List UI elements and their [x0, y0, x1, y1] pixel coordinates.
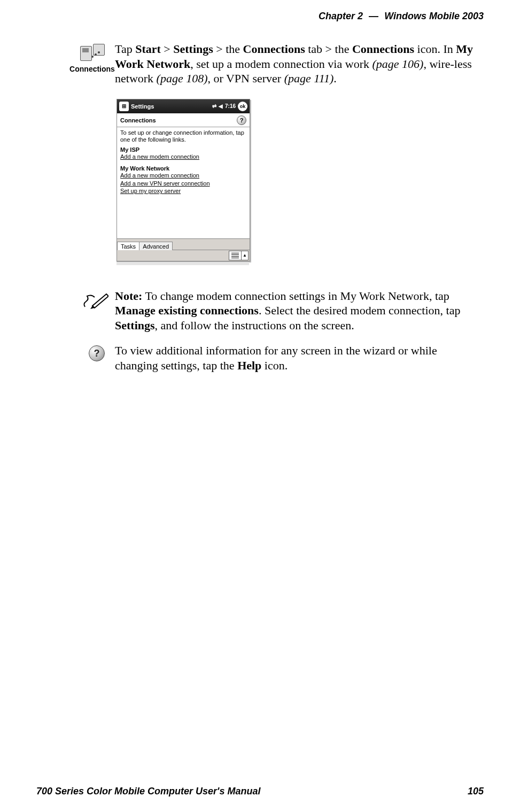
note-icon [82, 291, 108, 312]
tab-tasks[interactable]: Tasks [117, 242, 139, 250]
tab-advanced[interactable]: Advanced [139, 242, 173, 250]
header-chapter-num: 2 [358, 11, 363, 21]
keyboard-button[interactable] [229, 251, 242, 260]
sip-bar: ▲ [117, 250, 250, 261]
device-titlebar: ⊞ Settings ⇄ ◀ 7:16 ok [117, 99, 250, 113]
page-header: Chapter 2 — Windows Mobile 2003 [319, 11, 484, 22]
my-work-title: My Work Network [120, 165, 246, 172]
help-bubble-icon: ? [89, 345, 105, 361]
footer-page: 105 [468, 786, 484, 797]
connections-icon-label: Connections [69, 65, 115, 73]
subheader-title: Connections [120, 117, 156, 123]
work-proxy-link[interactable]: Set up my proxy server [120, 187, 246, 195]
intro-block: Connections Tap Start > Settings > the C… [69, 42, 483, 86]
clock-text: 7:16 [225, 103, 236, 109]
isp-add-modem-link[interactable]: Add a new modem connection [120, 153, 246, 161]
note-text: Note: To change modem connection setting… [115, 289, 483, 333]
header-chapter-label: Chapter [319, 11, 355, 21]
header-sep: — [369, 11, 378, 21]
connections-icon [80, 44, 105, 63]
device-subheader: Connections ? [117, 113, 250, 127]
svg-marker-0 [92, 294, 108, 308]
work-add-modem-link[interactable]: Add a new modem connection [120, 172, 246, 180]
footer-manual: 700 Series Color Mobile Computer User's … [36, 786, 260, 797]
help-text: To view additional information for any s… [115, 343, 483, 373]
intro-text: Tap Start > Settings > the Connections t… [115, 42, 483, 86]
connectivity-icon: ⇄ [212, 103, 216, 109]
header-title: Windows Mobile 2003 [384, 11, 484, 21]
instruction-text: To set up or change connection informati… [120, 129, 246, 143]
page-footer: 700 Series Color Mobile Computer User's … [36, 786, 484, 797]
sip-menu-arrow[interactable]: ▲ [242, 251, 249, 260]
screenshot-shadow [117, 261, 249, 265]
device-body: To set up or change connection informati… [117, 127, 250, 238]
tab-strip: Tasks Advanced [117, 238, 250, 250]
titlebar-title: Settings [131, 103, 210, 110]
help-block: ? To view additional information for any… [75, 343, 483, 373]
my-isp-title: My ISP [120, 146, 246, 153]
start-icon[interactable]: ⊞ [119, 102, 129, 111]
screenshot: ⊞ Settings ⇄ ◀ 7:16 ok Connections ? To … [117, 99, 483, 265]
volume-icon: ◀ [219, 103, 223, 109]
note-block: Note: To change modem connection setting… [75, 289, 483, 333]
work-add-vpn-link[interactable]: Add a new VPN server connection [120, 180, 246, 188]
help-icon[interactable]: ? [237, 115, 246, 125]
ok-button[interactable]: ok [238, 102, 247, 111]
